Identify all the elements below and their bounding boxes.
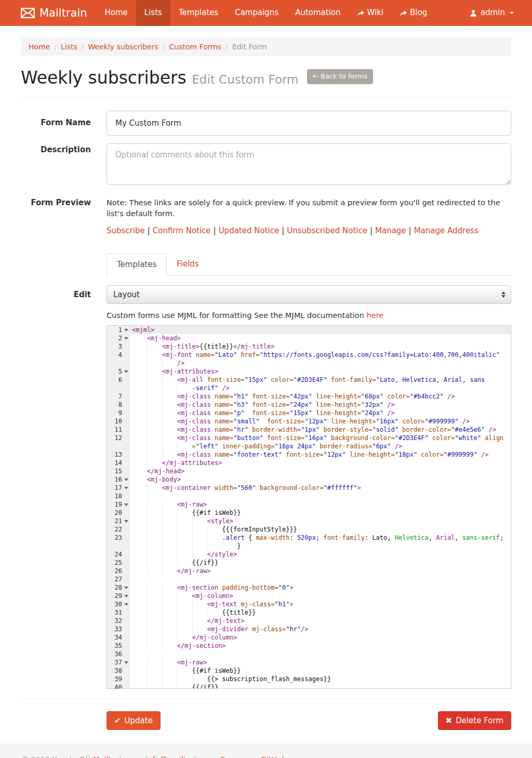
code-line[interactable]: 2<mj-head>: [107, 334, 511, 342]
footer-link-source-on-github[interactable]: Source on GitHub: [220, 755, 286, 758]
fold-arrow-icon[interactable]: [124, 587, 128, 589]
code-line[interactable]: 34</mj-column>: [107, 633, 511, 642]
code-line[interactable]: 37<mj-raw>: [107, 658, 511, 667]
brand-link[interactable]: Mailtrain: [21, 0, 97, 26]
indent-guide: [192, 550, 207, 558]
preview-link-subscribe[interactable]: Subscribe: [107, 226, 145, 235]
code-line[interactable]: 29<mj-column>: [107, 592, 511, 600]
nav-item-home[interactable]: Home: [97, 0, 136, 26]
nav-item-automation[interactable]: Automation: [287, 0, 349, 26]
fold-arrow-icon[interactable]: [124, 595, 128, 597]
code-line[interactable]: 18: [107, 492, 511, 500]
tab-fields[interactable]: Fields: [167, 254, 208, 276]
back-to-forms-button[interactable]: ← Back to forms: [307, 69, 373, 84]
code-line[interactable]: 17<mj-container width="560" background-c…: [107, 484, 511, 492]
code-line[interactable]: 1<mjml>: [107, 326, 511, 334]
indent-guide: [177, 542, 192, 550]
code-line[interactable]: 40{{/if}}: [107, 683, 511, 689]
code-line[interactable]: 23.alert { max-width: 520px; font-family…: [107, 534, 511, 542]
code-line[interactable]: 30<mj-text mj-class="h1">: [107, 600, 511, 608]
code-line[interactable]: ="left" inner-padding="16px 24px" border…: [107, 442, 511, 450]
fold-arrow-icon[interactable]: [124, 603, 128, 606]
breadcrumb-link-custom-forms[interactable]: Custom Forms: [169, 43, 222, 51]
gutter-cell: 11: [107, 425, 130, 434]
code-line[interactable]: 31{{title}}: [107, 608, 511, 617]
code-line[interactable]: 36: [107, 650, 511, 658]
code-line[interactable]: 12<mj-class name="button" font-size="16p…: [107, 434, 511, 442]
preview-link-updated-notice[interactable]: Updated Notice: [219, 226, 280, 235]
code-line[interactable]: 27: [107, 575, 511, 583]
indent-guide: [162, 442, 177, 450]
code-line[interactable]: 9<mj-class name="p" font-size="15px" lin…: [107, 409, 511, 417]
code-line[interactable]: />: [107, 359, 511, 367]
edit-template-select[interactable]: Layout: [107, 285, 511, 304]
footer-link-mailtrain-org[interactable]: Mailtrain.org: [93, 755, 141, 758]
nav-item-campaigns[interactable]: Campaigns: [227, 0, 287, 26]
fold-arrow-icon[interactable]: [124, 370, 128, 373]
code-line[interactable]: 3<mj-title>{{title}}</mj-title>: [107, 342, 511, 351]
update-button[interactable]: ✔Update: [107, 711, 161, 730]
code-line[interactable]: 5<mj-attributes>: [107, 367, 511, 376]
mjml-doc-link[interactable]: here: [367, 311, 384, 320]
code-line[interactable]: 6<mj-all font-size="15px" color="#2D3E4F…: [107, 376, 511, 384]
code-line[interactable]: 39{{> subscription_flash_messages}}: [107, 675, 511, 683]
indent-guide: [162, 409, 177, 417]
code-line[interactable]: 26</mj-raw>: [107, 567, 511, 575]
tabs: TemplatesFields: [107, 254, 511, 276]
fold-arrow-icon[interactable]: [124, 661, 128, 664]
indent-guide: [132, 425, 147, 434]
code-line[interactable]: 32</mj-text>: [107, 617, 511, 625]
code-line[interactable]: 15</mj-head>: [107, 467, 511, 475]
code-line[interactable]: 35</mj-section>: [107, 642, 511, 650]
breadcrumb-link-home[interactable]: Home: [29, 43, 50, 51]
fold-arrow-icon[interactable]: [124, 520, 128, 523]
code-content: <mj-head>: [130, 334, 511, 342]
code-line[interactable]: 11<mj-class name="hr" border-width="1px"…: [107, 425, 511, 434]
breadcrumb-link-lists[interactable]: Lists: [61, 43, 77, 51]
code-line[interactable]: 4<mj-font name="Lato" href="https://font…: [107, 351, 511, 359]
fold-arrow-icon[interactable]: [124, 487, 128, 489]
code-line[interactable]: 22{{{formInputStyle}}}: [107, 525, 511, 534]
code-line[interactable]: 25{{/if}}: [107, 558, 511, 567]
code-line[interactable]: 8<mj-class name="h3" font-size="24px" li…: [107, 401, 511, 409]
nav-item-templates[interactable]: Templates: [170, 0, 227, 26]
code-line[interactable]: 33<mj-divider mj-class="hr"/>: [107, 625, 511, 633]
indent-guide: [192, 617, 207, 625]
breadcrumb-separator: /: [77, 43, 88, 51]
code-line[interactable]: 14</mj-attributes>: [107, 459, 511, 467]
code-line[interactable]: 21<style>: [107, 517, 511, 525]
preview-link-manage-address[interactable]: Manage Address: [414, 226, 478, 235]
form-name-input[interactable]: [107, 111, 511, 136]
indent-guide: [162, 600, 177, 608]
indent-guide: [147, 484, 162, 492]
description-textarea[interactable]: [107, 143, 511, 185]
code-line[interactable]: }: [107, 542, 511, 550]
code-line[interactable]: 19<mj-raw>: [107, 500, 511, 509]
nav-item-wiki[interactable]: Wiki: [349, 0, 392, 26]
delete-form-button[interactable]: ✖Delete Form: [438, 711, 511, 730]
nav-item-blog[interactable]: Blog: [392, 0, 435, 26]
code-line[interactable]: 16<mj-body>: [107, 475, 511, 484]
fold-arrow-icon[interactable]: [124, 503, 128, 506]
preview-link-manage[interactable]: Manage: [375, 226, 406, 235]
preview-link-confirm-notice[interactable]: Confirm Notice: [153, 226, 211, 235]
fold-arrow-icon[interactable]: [124, 329, 128, 331]
fold-arrow-icon[interactable]: [124, 337, 128, 340]
gutter-cell: 20: [107, 509, 130, 517]
code-line[interactable]: 13<mj-class name="footer-text" font-size…: [107, 450, 511, 459]
code-editor[interactable]: 1<mjml>2<mj-head>3<mj-title>{{title}}</m…: [107, 325, 511, 689]
user-menu[interactable]: admin: [464, 0, 519, 26]
code-line[interactable]: 7<mj-class name="h1" font-size="42px" li…: [107, 392, 511, 401]
code-line[interactable]: -serif" />: [107, 384, 511, 392]
nav-item-lists[interactable]: Lists: [136, 0, 170, 26]
preview-link-unsubscribed-notice[interactable]: Unsubscribed Notice: [287, 226, 367, 235]
code-line[interactable]: 28<mj-section padding-bottom="0">: [107, 583, 511, 592]
code-line[interactable]: 24</style>: [107, 550, 511, 558]
fold-arrow-icon[interactable]: [124, 478, 128, 481]
tab-templates[interactable]: Templates: [107, 254, 167, 276]
breadcrumb-link-weekly-subscribers[interactable]: Weekly subscribers: [88, 43, 158, 51]
code-line[interactable]: 10<mj-class name="small" font-size="12px…: [107, 417, 511, 425]
footer-link-info-mailtrain-org[interactable]: info@mailtrain.org: [145, 755, 216, 758]
code-line[interactable]: 20{{#if isWeb}}: [107, 509, 511, 517]
code-line[interactable]: 38{{#if isWeb}}: [107, 667, 511, 675]
